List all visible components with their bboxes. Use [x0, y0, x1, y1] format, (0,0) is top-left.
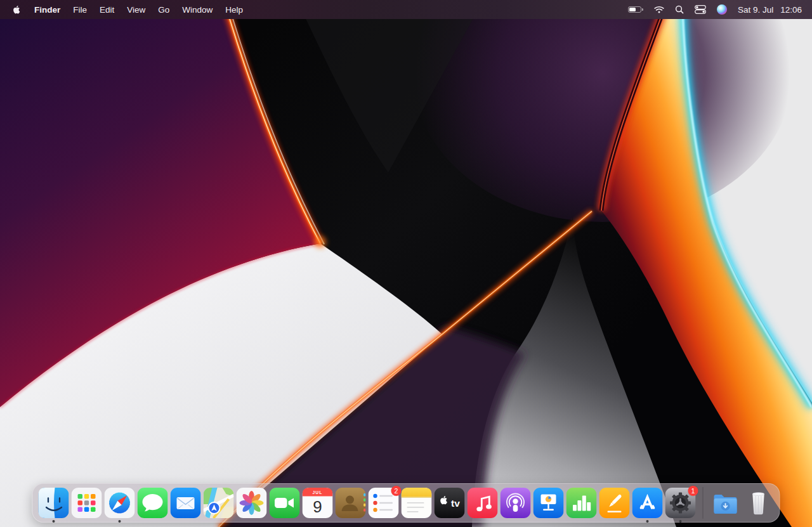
keynote-icon: [534, 488, 564, 518]
safari-icon: [105, 488, 135, 518]
dock-item-numbers[interactable]: [566, 488, 597, 518]
notification-badge: 2: [391, 486, 402, 496]
messages-icon: [138, 488, 168, 518]
battery-icon[interactable]: [628, 6, 643, 13]
pages-icon: [599, 488, 630, 518]
finder-icon: [39, 488, 69, 518]
dock: JUL 9 2: [32, 483, 780, 523]
menu-bar-time[interactable]: 12:06: [780, 5, 802, 15]
siri-icon[interactable]: [717, 4, 727, 15]
downloads-folder-icon: [710, 488, 741, 518]
wifi-icon[interactable]: [654, 6, 664, 13]
dock-item-calendar[interactable]: JUL 9: [303, 488, 333, 518]
dock-item-trash[interactable]: [743, 488, 774, 518]
dock-item-app-store[interactable]: [632, 488, 663, 518]
dock-item-tv[interactable]: tv: [435, 488, 465, 518]
menu-bar: Finder File Edit View Go Window Help Sat…: [0, 0, 812, 19]
menu-bar-date[interactable]: Sat 9. Jul: [738, 5, 773, 15]
menu-bar-status: Sat 9. Jul 12:06: [628, 4, 802, 15]
dock-item-music[interactable]: [468, 488, 498, 518]
running-indicator: [53, 520, 55, 523]
dock-item-maps[interactable]: [204, 488, 234, 518]
dock-item-finder[interactable]: [39, 488, 69, 518]
control-center-icon[interactable]: [695, 5, 706, 14]
menu-view[interactable]: View: [121, 5, 152, 15]
macos-desktop: { "menubar": { "app_menu": "Finder", "me…: [0, 0, 812, 527]
running-indicator: [679, 520, 682, 523]
numbers-icon: [566, 488, 597, 518]
podcasts-icon: [501, 488, 531, 518]
photos-icon: [237, 488, 267, 518]
dock-item-photos[interactable]: [237, 488, 267, 518]
launchpad-icon: [72, 488, 102, 518]
dock-item-mail[interactable]: [171, 488, 201, 518]
music-icon: [468, 488, 498, 518]
facetime-icon: [270, 488, 300, 518]
apple-tv-icon: tv: [435, 488, 465, 518]
calendar-day-label: 9: [313, 497, 322, 516]
running-indicator: [646, 520, 649, 523]
dock-item-reminders[interactable]: 2: [369, 488, 399, 518]
tv-label: tv: [451, 498, 460, 509]
desktop-wallpaper: [0, 0, 812, 527]
dock-item-downloads[interactable]: [710, 488, 741, 518]
menu-window[interactable]: Window: [176, 5, 219, 15]
dock-item-podcasts[interactable]: [501, 488, 531, 518]
dock-item-messages[interactable]: [138, 488, 168, 518]
notes-icon: [402, 488, 432, 518]
trash-icon: [743, 488, 774, 518]
dock-item-pages[interactable]: [599, 488, 630, 518]
menu-help[interactable]: Help: [219, 5, 249, 15]
dock-item-launchpad[interactable]: [72, 488, 102, 518]
menu-go[interactable]: Go: [152, 5, 176, 15]
dock-item-notes[interactable]: [402, 488, 432, 518]
spotlight-search-icon[interactable]: [675, 5, 684, 14]
menu-edit[interactable]: Edit: [93, 5, 121, 15]
running-indicator: [119, 520, 121, 523]
calendar-month-label: JUL: [313, 490, 323, 495]
app-menu-finder[interactable]: Finder: [28, 5, 67, 15]
apple-menu[interactable]: [10, 4, 28, 15]
dock-item-system-preferences[interactable]: 1: [665, 488, 696, 518]
mail-icon: [171, 488, 201, 518]
app-store-icon: [632, 488, 663, 518]
menu-file[interactable]: File: [67, 5, 93, 15]
dock-item-contacts[interactable]: [336, 488, 366, 518]
apple-logo-icon: [13, 4, 22, 15]
dock-item-safari[interactable]: [105, 488, 135, 518]
notification-badge: 1: [688, 486, 698, 496]
calendar-icon: JUL 9: [303, 488, 333, 518]
contacts-icon: [336, 488, 366, 518]
dock-item-facetime[interactable]: [270, 488, 300, 518]
dock-item-keynote[interactable]: [534, 488, 564, 518]
dock-separator: [703, 487, 704, 519]
maps-icon: [204, 488, 234, 518]
